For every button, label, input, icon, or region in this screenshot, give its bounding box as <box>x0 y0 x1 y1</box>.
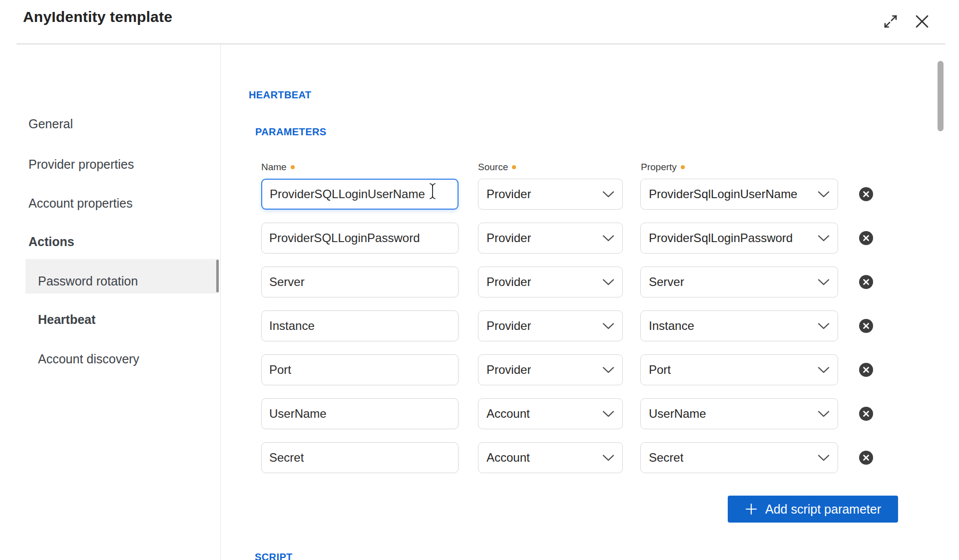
parameter-source-select[interactable]: Account <box>478 442 623 473</box>
sidebar-item[interactable]: General <box>28 116 73 131</box>
parameter-source-select[interactable]: Account <box>478 398 623 429</box>
parameter-row: Provider ProviderSqlLoginPassword <box>261 223 873 254</box>
selected-property-value: Secret <box>649 451 683 465</box>
chevron-down-icon <box>602 279 614 285</box>
selected-property-value: Instance <box>649 319 694 333</box>
parameter-name-input[interactable] <box>261 354 459 385</box>
parameters-subsection-title: PARAMETERS <box>255 126 327 138</box>
selected-source-value: Provider <box>486 275 531 289</box>
chevron-down-icon <box>602 411 614 417</box>
source-column-text: Source <box>478 162 508 173</box>
delete-parameter-button[interactable] <box>859 275 873 289</box>
selected-property-value: Server <box>649 275 684 289</box>
selected-source-value: Provider <box>486 319 531 333</box>
required-dot <box>291 165 295 169</box>
parameter-name-input[interactable] <box>261 223 459 254</box>
delete-icon <box>863 411 869 417</box>
parameter-property-select[interactable]: Instance <box>640 310 838 341</box>
chevron-down-icon <box>818 367 830 373</box>
selected-source-value: Provider <box>486 187 531 201</box>
parameter-property-select[interactable]: Server <box>640 267 838 297</box>
script-section-title: SCRIPT <box>255 552 293 560</box>
required-dot <box>512 165 516 169</box>
parameter-property-select[interactable]: Secret <box>640 442 838 473</box>
parameter-row: Provider ProviderSqlLoginUserName <box>261 179 873 210</box>
parameter-name-input[interactable] <box>261 310 459 341</box>
chevron-down-icon <box>602 323 614 329</box>
delete-icon <box>863 455 869 461</box>
chevron-down-icon <box>602 455 614 461</box>
required-dot <box>681 165 685 169</box>
delete-icon <box>863 191 869 197</box>
dialog-title: AnyIdentity template <box>23 8 172 25</box>
parameter-name-input[interactable] <box>261 179 459 210</box>
parameter-property-select[interactable]: UserName <box>640 398 838 429</box>
selected-source-value: Provider <box>486 231 531 245</box>
source-column-label: Source <box>478 162 516 173</box>
selected-property-value: ProviderSqlLoginPassword <box>649 231 793 245</box>
delete-icon <box>863 235 869 241</box>
parameters-list: Provider ProviderSqlLoginUserName Provid… <box>261 179 873 473</box>
chevron-down-icon <box>602 367 614 373</box>
expand-button[interactable] <box>881 12 901 31</box>
sidebar-item[interactable]: Password rotation <box>38 274 138 288</box>
delete-icon <box>863 323 869 329</box>
parameter-row: Account UserName <box>261 398 873 429</box>
chevron-down-icon <box>602 235 614 242</box>
parameter-property-select[interactable]: Port <box>640 354 838 385</box>
parameter-row: Provider Port <box>261 354 873 385</box>
delete-parameter-button[interactable] <box>859 319 873 333</box>
delete-parameter-button[interactable] <box>859 407 873 421</box>
chevron-down-icon <box>818 191 830 198</box>
sidebar-item-active[interactable]: Heartbeat <box>38 312 95 327</box>
property-column-label: Property <box>641 162 685 173</box>
selected-source-value: Provider <box>486 363 531 377</box>
chevron-down-icon <box>818 279 830 285</box>
sidebar-item[interactable]: Account discovery <box>38 351 139 366</box>
name-column-label: Name <box>261 162 295 173</box>
parameter-source-select[interactable]: Provider <box>478 223 623 254</box>
close-icon <box>915 14 929 28</box>
parameter-name-input[interactable] <box>261 442 459 473</box>
chevron-down-icon <box>818 411 830 417</box>
property-column-text: Property <box>641 162 677 173</box>
plus-icon <box>745 503 758 516</box>
parameter-name-input[interactable] <box>261 398 459 429</box>
parameter-row: Account Secret <box>261 442 873 473</box>
selected-property-value: ProviderSqlLoginUserName <box>649 187 797 201</box>
content-scrollbar-thumb[interactable] <box>938 61 944 131</box>
delete-icon <box>863 367 869 373</box>
delete-icon <box>863 279 869 285</box>
parameter-source-select[interactable]: Provider <box>478 179 623 210</box>
parameter-row: Provider Server <box>261 267 873 297</box>
parameter-property-select[interactable]: ProviderSqlLoginUserName <box>640 179 838 210</box>
delete-parameter-button[interactable] <box>859 451 873 465</box>
parameter-source-select[interactable]: Provider <box>478 354 623 385</box>
selected-source-value: Account <box>486 451 530 465</box>
chevron-down-icon <box>818 235 830 242</box>
sidebar-item[interactable]: Account properties <box>28 196 132 211</box>
delete-parameter-button[interactable] <box>859 363 873 377</box>
sidebar-item[interactable]: Provider properties <box>28 157 134 172</box>
selected-property-value: UserName <box>649 407 706 421</box>
sidebar: General Provider properties Account prop… <box>0 44 220 560</box>
chevron-down-icon <box>818 323 830 329</box>
selected-source-value: Account <box>486 407 530 421</box>
delete-parameter-button[interactable] <box>859 187 873 201</box>
selected-property-value: Port <box>649 363 671 377</box>
close-button[interactable] <box>912 12 932 31</box>
add-script-parameter-button[interactable]: Add script parameter <box>728 496 898 523</box>
name-column-text: Name <box>261 162 287 173</box>
chevron-down-icon <box>818 455 830 461</box>
parameter-property-select[interactable]: ProviderSqlLoginPassword <box>640 223 838 254</box>
parameter-row: Provider Instance <box>261 310 873 341</box>
parameter-source-select[interactable]: Provider <box>478 310 623 341</box>
expand-icon <box>883 14 898 29</box>
chevron-down-icon <box>602 191 614 198</box>
delete-parameter-button[interactable] <box>859 231 873 245</box>
add-script-parameter-label: Add script parameter <box>765 502 881 517</box>
sidebar-divider <box>220 44 221 560</box>
parameter-source-select[interactable]: Provider <box>478 267 623 297</box>
parameter-name-input[interactable] <box>261 267 459 297</box>
sidebar-item[interactable]: Actions <box>28 234 74 249</box>
